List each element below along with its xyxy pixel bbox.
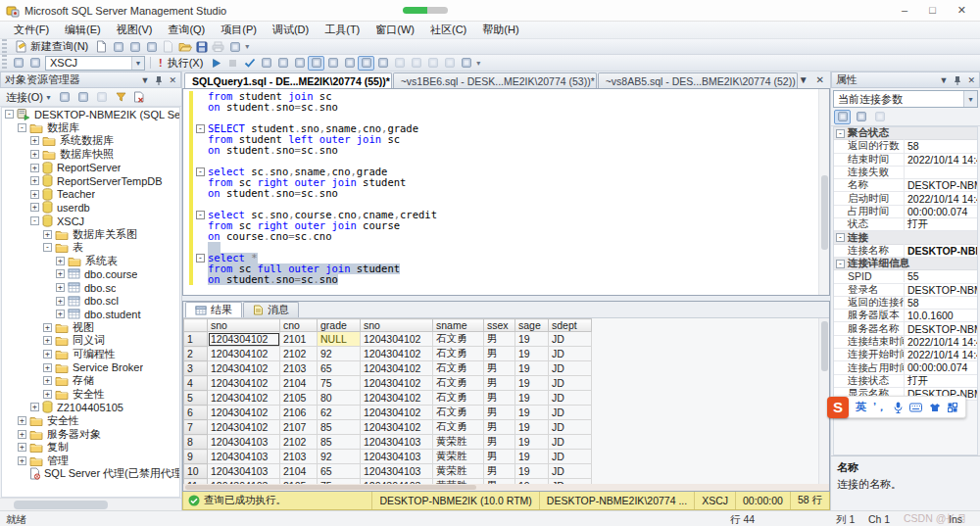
ime-punctuation-icon[interactable]: ’， bbox=[873, 400, 887, 414]
tree-item[interactable]: -XSCJ bbox=[2, 215, 179, 228]
grid-cell[interactable]: 男 bbox=[484, 391, 515, 406]
grid-cell[interactable]: 男 bbox=[484, 376, 515, 391]
active-files-icon[interactable]: ▼ bbox=[799, 74, 808, 85]
ime-toolbox-icon[interactable] bbox=[948, 403, 957, 412]
properties-section-header[interactable]: -连接 bbox=[834, 231, 977, 244]
fold-collapse-icon[interactable]: - bbox=[196, 167, 205, 176]
tree-expander-icon[interactable]: + bbox=[43, 376, 52, 385]
grid-cell[interactable]: 19 bbox=[515, 406, 549, 420]
grid-cell[interactable]: 男 bbox=[484, 347, 515, 361]
grid-cell[interactable]: 1204304103 bbox=[361, 464, 433, 479]
grid-cell[interactable]: 2107 bbox=[280, 420, 318, 435]
tree-item[interactable]: +dbo.student bbox=[2, 308, 179, 321]
properties-section-header[interactable]: -聚合状态 bbox=[834, 127, 977, 140]
toolbar-grip-2[interactable] bbox=[2, 55, 7, 71]
tree-expander-icon[interactable]: + bbox=[56, 297, 65, 306]
grid-cell[interactable]: 2105 bbox=[280, 391, 318, 406]
grid-cell[interactable]: 1204304102 bbox=[208, 376, 280, 391]
editor-vscrollbar[interactable] bbox=[818, 89, 829, 295]
grid-row-number[interactable]: 8 bbox=[184, 435, 208, 450]
menu-p[interactable]: 项目(P) bbox=[213, 21, 265, 39]
tree-item[interactable]: -DESKTOP-NBME2IK (SQL Server 10.0.160 bbox=[2, 108, 179, 121]
tree-item[interactable]: +服务器对象 bbox=[2, 427, 179, 441]
analyze-query-icon[interactable] bbox=[324, 56, 341, 71]
grid-row-number[interactable]: 3 bbox=[184, 361, 208, 376]
tree-item[interactable]: SQL Server 代理(已禁用代理 XP) bbox=[2, 467, 179, 481]
tree-item[interactable]: +数据库快照 bbox=[2, 148, 179, 162]
grid-cell[interactable]: JD bbox=[549, 435, 592, 450]
grid-cell[interactable]: 男 bbox=[484, 406, 515, 420]
tree-item[interactable]: +复制 bbox=[2, 441, 179, 454]
grid-cell[interactable]: 石文勇 bbox=[433, 361, 484, 376]
menu-v[interactable]: 视图(V) bbox=[109, 21, 161, 39]
grid-cell[interactable]: 80 bbox=[318, 391, 361, 406]
toolbar-overflow-icon-2[interactable]: ▾ bbox=[476, 59, 480, 68]
grid-cell[interactable]: 1204304102 bbox=[208, 420, 280, 435]
tree-expander-icon[interactable]: + bbox=[18, 456, 26, 465]
document-tab-2[interactable]: ~vs1BE6.sql - DESK...ME2IK\20774 (53))* bbox=[393, 72, 597, 88]
tree-item[interactable]: +视图 bbox=[2, 321, 179, 335]
specify-values-icon[interactable] bbox=[458, 56, 474, 71]
tree-expander-icon[interactable]: + bbox=[30, 203, 39, 212]
show-estimated-plan-icon[interactable] bbox=[291, 56, 308, 71]
tree-item[interactable]: -表 bbox=[2, 241, 179, 255]
grid-column-header[interactable]: grade bbox=[318, 319, 361, 332]
grid-cell[interactable]: 男 bbox=[484, 420, 515, 435]
alphabetical-icon[interactable] bbox=[853, 110, 869, 124]
tree-item[interactable]: +系统表 bbox=[2, 255, 179, 268]
ime-skin-icon[interactable] bbox=[929, 403, 941, 412]
results-hscrollbar[interactable] bbox=[183, 484, 829, 491]
grid-cell[interactable]: NULL bbox=[318, 332, 361, 347]
grid-cell[interactable]: 85 bbox=[318, 420, 361, 435]
tree-expander-icon[interactable]: + bbox=[43, 336, 52, 345]
property-value[interactable]: 58 bbox=[905, 297, 977, 309]
new-query-button[interactable]: 新建查询(N) bbox=[10, 39, 93, 54]
grid-cell[interactable]: 石文勇 bbox=[433, 406, 484, 420]
fold-collapse-icon[interactable]: - bbox=[196, 254, 205, 263]
menu-q[interactable]: 查询(Q) bbox=[160, 21, 213, 39]
grid-cell[interactable]: 1204304102 bbox=[361, 361, 433, 376]
property-value[interactable]: 打开 bbox=[905, 217, 977, 231]
tree-item[interactable]: -数据库 bbox=[2, 121, 179, 135]
grid-column-header[interactable]: cno bbox=[280, 319, 318, 332]
document-tab-3[interactable]: ~vs8AB5.sql - DES...BME2IK\20774 (52)) bbox=[598, 72, 798, 88]
grid-column-header[interactable] bbox=[184, 319, 208, 332]
tree-expander-icon[interactable]: + bbox=[56, 283, 65, 292]
grid-column-header[interactable]: sname bbox=[433, 319, 484, 332]
tree-expander-icon[interactable]: + bbox=[18, 430, 26, 439]
property-value[interactable]: 58 bbox=[905, 140, 977, 152]
property-value[interactable]: 打开 bbox=[905, 374, 977, 388]
section-expander-icon[interactable]: - bbox=[836, 260, 845, 268]
close-button[interactable]: ✕ bbox=[957, 4, 966, 17]
intellisense-enabled-icon[interactable] bbox=[274, 56, 291, 71]
tree-expander-icon[interactable]: + bbox=[30, 190, 39, 199]
new-document-icon[interactable] bbox=[93, 39, 110, 54]
grid-cell[interactable]: 2101 bbox=[280, 332, 318, 347]
tree-expander-icon[interactable]: - bbox=[43, 243, 52, 252]
tree-item[interactable]: +ReportServer bbox=[2, 161, 179, 174]
grid-cell[interactable]: 1204304102 bbox=[208, 361, 280, 376]
grid-column-header[interactable]: sno bbox=[208, 319, 280, 332]
properties-object-combo[interactable]: 当前连接参数 ▼ bbox=[833, 90, 978, 108]
grid-cell[interactable]: 19 bbox=[515, 332, 549, 347]
editor-line[interactable] bbox=[183, 242, 818, 253]
grid-cell[interactable]: 2104 bbox=[280, 376, 318, 391]
fold-margin[interactable]: - bbox=[193, 253, 208, 263]
results-tab-messages[interactable]: 消息 bbox=[243, 302, 299, 317]
grid-cell[interactable]: 男 bbox=[484, 361, 515, 376]
grid-cell[interactable]: 1204304103 bbox=[208, 450, 280, 464]
screenshot-tool-icon[interactable] bbox=[226, 39, 243, 54]
grid-cell[interactable]: 92 bbox=[318, 450, 361, 464]
tree-expander-icon[interactable]: + bbox=[30, 176, 39, 185]
database-combo[interactable]: XSCJ ▼ bbox=[45, 56, 145, 71]
maximize-button[interactable]: □ bbox=[929, 4, 936, 17]
grid-row-number[interactable]: 2 bbox=[184, 347, 208, 361]
sogou-logo-icon[interactable]: S bbox=[827, 397, 849, 418]
tree-expander-icon[interactable]: + bbox=[18, 443, 26, 452]
grid-row-number[interactable]: 9 bbox=[184, 450, 208, 464]
editor-line[interactable]: on student.sno=sc.sno bbox=[183, 274, 818, 285]
grid-cell[interactable]: 石文勇 bbox=[433, 420, 484, 435]
filter-icon[interactable] bbox=[113, 90, 129, 105]
grid-cell[interactable]: 1204304102 bbox=[361, 420, 433, 435]
grid-cell[interactable]: 85 bbox=[318, 435, 361, 450]
